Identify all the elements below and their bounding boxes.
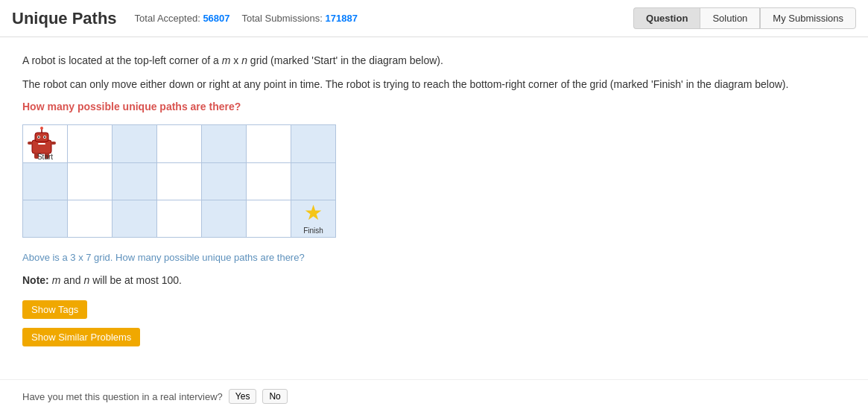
svg-rect-0 [32,140,51,153]
svg-point-3 [40,127,43,130]
grid-cell-r3c3 [113,200,157,237]
tab-solution[interactable]: Solution [700,7,760,29]
grid-cell-r1c5 [202,124,247,162]
svg-rect-12 [51,142,56,145]
accepted-stat: Total Accepted: 56807 [135,13,230,24]
action-buttons: Show Tags Show Similar Problems [22,300,846,352]
finish-label: Finish [303,226,323,235]
accepted-value: 56807 [203,13,229,24]
note-m-italic: m [52,274,61,286]
inline-italic-mn: m [222,54,231,66]
grid-caption: Above is a 3 x 7 grid. How many possible… [22,252,846,263]
content-area: A robot is located at the top-left corne… [0,37,868,379]
svg-rect-1 [35,133,48,142]
note-label: Note: [22,274,49,286]
grid-cell-start: Start [23,124,68,162]
paragraph-2: The robot can only move either down or r… [22,76,846,92]
tab-question[interactable]: Question [633,7,700,29]
grid-table: Start [22,124,336,238]
accepted-label: Total Accepted: [135,13,200,24]
grid-cell-finish: ★ Finish [291,200,336,237]
yes-button[interactable]: Yes [229,389,257,404]
grid-cell-r2c6 [247,162,291,200]
start-label: Start [37,153,53,161]
grid-cell-r3c2 [68,200,113,237]
no-button[interactable]: No [262,389,287,404]
grid-cell-r3c1 [23,200,68,237]
note-paragraph: Note: m and n will be at most 100. [22,272,846,288]
grid-cell-r3c4 [157,200,202,237]
show-tags-button[interactable]: Show Tags [22,300,87,319]
grid-cell-r1c3 [113,124,157,162]
tab-group: Question Solution My Submissions [633,7,856,29]
svg-point-7 [44,136,45,138]
grid-cell-r1c7 [291,124,336,162]
grid-cell-r2c7 [291,162,336,200]
grid-row-3: ★ Finish [23,200,336,237]
paragraph-3: How many possible unique paths are there… [22,101,846,113]
grid-cell-r3c6 [247,200,291,237]
svg-point-6 [38,136,39,138]
paragraph-1: A robot is located at the top-left corne… [22,52,846,69]
page-title: Unique Paths [12,9,117,28]
svg-rect-8 [38,143,45,145]
grid-cell-r2c4 [157,162,202,200]
grid-cell-r1c6 [247,124,291,162]
interview-row: Have you met this question in a real int… [0,379,868,413]
grid-row-1: Start [23,124,336,162]
svg-rect-11 [28,142,33,145]
submissions-label: Total Submissions: [242,13,323,24]
show-similar-problems-button[interactable]: Show Similar Problems [22,328,140,346]
submissions-stat: Total Submissions: 171887 [242,13,358,24]
grid-cell-r3c5 [202,200,247,237]
tab-my-submissions[interactable]: My Submissions [760,7,856,29]
grid-cell-r1c2 [68,124,113,162]
grid-cell-r2c1 [23,162,68,200]
inline-italic-n: n [241,54,247,66]
grid-cell-r2c3 [113,162,157,200]
note-n-italic: n [83,274,89,286]
grid-cell-r1c4 [157,124,202,162]
grid-diagram: Start [22,124,336,238]
page-header: Unique Paths Total Accepted: 56807 Total… [0,0,868,37]
grid-cell-r2c2 [68,162,113,200]
grid-row-2 [23,162,336,200]
star-icon: ★ [291,203,335,224]
grid-cell-r2c5 [202,162,247,200]
submissions-value: 171887 [326,13,358,24]
interview-question-text: Have you met this question in a real int… [22,391,223,402]
